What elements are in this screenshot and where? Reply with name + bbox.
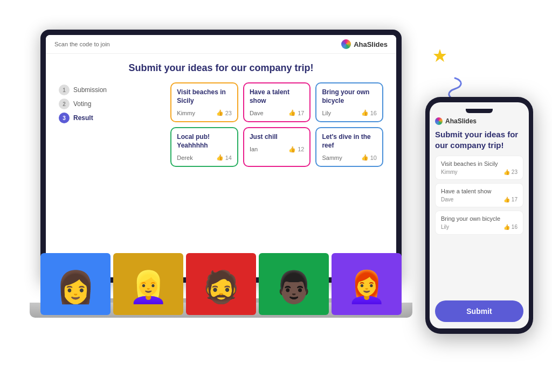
step-2-circle: 2 — [59, 99, 70, 109]
phone-entry-footer-1: Kimmy 👍 23 — [441, 169, 518, 175]
phone-border: AhaSlides Submit your ideas for our comp… — [425, 97, 533, 334]
idea-author-6: Sammy — [322, 155, 342, 161]
phone-entry-2: Have a talent show Dave 👍 17 — [435, 183, 523, 207]
laptop-main-title: Submit your ideas for our company trip! — [59, 62, 383, 74]
ideas-grid: Visit beaches in Sicily Kimmy 👍 23 — [170, 82, 383, 167]
decoration-star-right — [433, 48, 447, 65]
idea-author-4: Derek — [177, 155, 192, 161]
vote-count-2: 👍 17 — [288, 109, 304, 116]
phone-entry-author-1: Kimmy — [441, 169, 458, 175]
phone-screen: AhaSlides Submit your ideas for our comp… — [430, 102, 529, 328]
phone-entry-title-3: Bring your own bicycle — [441, 215, 518, 222]
person-photo-1: 👩 — [40, 253, 111, 315]
step-2-label: Voting — [73, 100, 91, 108]
idea-footer-4: Derek 👍 14 — [177, 154, 232, 161]
vote-count-4: 👍 14 — [216, 154, 232, 161]
thumb-icon-5: 👍 — [288, 146, 296, 153]
vote-num-1: 23 — [225, 110, 232, 116]
vote-num-5: 12 — [298, 146, 304, 152]
phone-entry-author-3: Lily — [441, 224, 449, 230]
phone-entry-votes-2: 👍 17 — [503, 197, 518, 202]
step-1-label: Submission — [73, 86, 107, 94]
person-photo-4: 👨🏿 — [259, 253, 329, 315]
idea-author-3: Lily — [322, 110, 331, 116]
phone: AhaSlides Submit your ideas for our comp… — [425, 97, 533, 334]
svg-marker-8 — [433, 49, 446, 62]
idea-footer-5: Ian 👍 12 — [250, 146, 305, 153]
idea-text-4: Local pub! Yeahhhhh — [177, 133, 232, 150]
vote-count-3: 👍 16 — [361, 109, 377, 116]
phone-entry-title-1: Visit beaches in Sicily — [441, 160, 518, 167]
idea-card-5: Just chill Ian 👍 12 — [243, 127, 311, 167]
laptop-screen-border: Scan the code to join AhaSlides Submit y… — [40, 30, 402, 283]
phone-logo-orb — [435, 117, 443, 125]
phone-entry-title-2: Have a talent show — [441, 188, 518, 194]
phone-title: Submit your ideas for our company trip! — [435, 129, 523, 150]
laptop-topbar: Scan the code to join AhaSlides — [46, 35, 396, 54]
vote-count-1: 👍 23 — [216, 109, 232, 116]
idea-footer-2: Dave 👍 17 — [250, 109, 305, 116]
laptop-brand-name: AhaSlides — [354, 40, 388, 48]
vote-num-6: 10 — [370, 155, 377, 161]
thumb-icon-1: 👍 — [216, 109, 224, 116]
laptop-brand: AhaSlides — [341, 39, 388, 49]
vote-count-6: 👍 10 — [361, 154, 377, 161]
idea-text-5: Just chill — [250, 133, 305, 142]
step-2: 2 Voting — [59, 99, 107, 109]
vote-num-4: 14 — [225, 155, 232, 161]
step-1: 1 Submission — [59, 85, 107, 95]
phone-entry-footer-2: Dave 👍 17 — [441, 197, 518, 202]
people-photos-row: 👩 👱‍♀️ 🧔 👨🏿 👩‍🦰 — [40, 253, 402, 315]
idea-author-5: Ian — [250, 146, 258, 152]
phone-submit-button[interactable]: Submit — [435, 300, 523, 322]
scan-text: Scan the code to join — [54, 41, 110, 47]
idea-card-6: Let's dive in the reef Sammy 👍 10 — [315, 127, 383, 167]
thumb-icon-6: 👍 — [361, 154, 369, 161]
phone-entry-3: Bring your own bicycle Lily 👍 16 — [435, 211, 523, 235]
idea-footer-1: Kimmy 👍 23 — [177, 109, 232, 116]
idea-footer-3: Lily 👍 16 — [322, 109, 377, 116]
idea-text-2: Have a talent show — [250, 88, 305, 105]
laptop: Scan the code to join AhaSlides Submit y… — [30, 30, 412, 342]
laptop-main-content: Submit your ideas for our company trip! … — [46, 54, 396, 277]
person-photo-5: 👩‍🦰 — [332, 253, 402, 315]
vote-num-3: 16 — [370, 110, 377, 116]
person-photo-3: 🧔 — [186, 253, 256, 315]
laptop-screen: Scan the code to join AhaSlides Submit y… — [46, 35, 396, 277]
thumb-icon-2: 👍 — [288, 109, 296, 116]
phone-notch — [466, 109, 493, 113]
step-3-circle: 3 — [59, 113, 70, 123]
idea-card-2: Have a talent show Dave 👍 17 — [243, 82, 311, 122]
vote-count-5: 👍 12 — [288, 146, 304, 153]
phone-brand-name: AhaSlides — [445, 117, 477, 125]
vote-num-2: 17 — [298, 110, 304, 116]
idea-footer-6: Sammy 👍 10 — [322, 154, 377, 161]
idea-text-1: Visit beaches in Sicily — [177, 88, 232, 105]
thumb-icon-4: 👍 — [216, 154, 224, 161]
step-3: 3 Result — [59, 113, 107, 123]
phone-entry-footer-3: Lily 👍 16 — [441, 224, 518, 230]
person-photo-2: 👱‍♀️ — [113, 253, 183, 315]
idea-card-3: Bring your own bicycle Lily 👍 16 — [315, 82, 383, 122]
phone-entry-1: Visit beaches in Sicily Kimmy 👍 23 — [435, 156, 523, 180]
idea-text-3: Bring your own bicycle — [322, 88, 377, 105]
idea-author-2: Dave — [250, 110, 264, 116]
idea-card-1: Visit beaches in Sicily Kimmy 👍 23 — [170, 82, 238, 122]
phone-entry-author-2: Dave — [441, 197, 453, 202]
steps-column: 1 Submission 2 Voting 3 Result — [59, 85, 107, 167]
phone-entry-votes-3: 👍 16 — [503, 224, 518, 230]
idea-card-4: Local pub! Yeahhhhh Derek 👍 14 — [170, 127, 238, 167]
ahaslides-logo-orb — [341, 39, 351, 49]
thumb-icon-3: 👍 — [361, 109, 369, 116]
phone-entry-votes-1: 👍 23 — [503, 169, 518, 175]
phone-brand: AhaSlides — [435, 117, 523, 125]
idea-text-6: Let's dive in the reef — [322, 133, 377, 150]
idea-author-1: Kimmy — [177, 110, 195, 116]
step-3-label: Result — [73, 114, 93, 122]
step-1-circle: 1 — [59, 85, 70, 95]
